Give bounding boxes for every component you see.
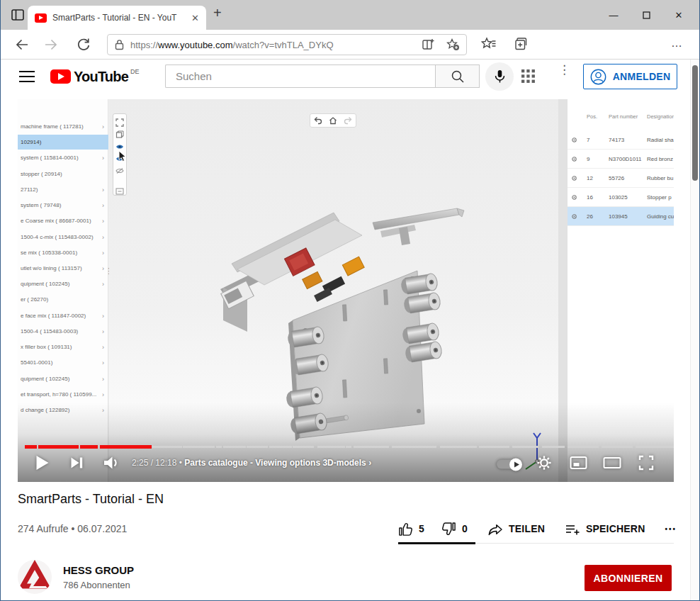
dislike-button[interactable]: 0 xyxy=(441,522,468,537)
tree-item: system ( 79748)› xyxy=(18,198,108,213)
youtube-logo[interactable]: YouTube DE xyxy=(50,68,140,85)
table-scroll-strip xyxy=(558,99,568,482)
chevron-right-icon: › xyxy=(100,265,104,272)
3d-model xyxy=(213,198,497,454)
share-label: TEILEN xyxy=(509,523,545,534)
chevron-right-icon: › xyxy=(100,359,104,366)
country-badge: DE xyxy=(130,68,140,75)
address-bar[interactable]: https://www.youtube.com/watch?v=tvhTLA_D… xyxy=(107,34,467,55)
browser-toolbar: https://www.youtube.com/watch?v=tvhTLA_D… xyxy=(1,30,699,60)
col-header-designation: Designation xyxy=(647,113,674,126)
new-tab-icon[interactable]: + xyxy=(213,5,222,21)
youtube-apps-icon[interactable] xyxy=(521,69,536,84)
video-player[interactable]: machine frame ( 117281)› 102914) system … xyxy=(18,99,674,482)
menu-icon[interactable] xyxy=(19,71,35,82)
gear-icon xyxy=(571,156,577,162)
browser-tab[interactable]: SmartParts - Tutorial - EN - YouT ✕ xyxy=(28,6,206,30)
gear-icon xyxy=(571,175,577,181)
autoplay-toggle[interactable] xyxy=(497,460,521,469)
browser-menu-icon[interactable]: … xyxy=(671,37,687,52)
chevron-right-icon: › xyxy=(100,234,104,241)
more-actions-icon[interactable]: ••• xyxy=(665,525,677,533)
theater-mode-button[interactable] xyxy=(603,457,621,472)
tree-item: machine frame ( 117281)› xyxy=(18,119,108,134)
favorites-icon[interactable] xyxy=(481,37,497,52)
tree-item: se mix ( 105338-0001)› xyxy=(18,245,108,260)
scrollbar-thumb[interactable] xyxy=(692,65,698,181)
3d-viewer xyxy=(109,99,575,482)
playlist-add-icon xyxy=(565,522,580,537)
parts-table-panel: Pos. Part number Designation 7 74173 Rad… xyxy=(568,99,674,482)
col-header-part-number: Part number xyxy=(609,113,638,126)
search-input[interactable] xyxy=(165,64,435,88)
add-favorite-icon[interactable] xyxy=(446,38,459,51)
collapse-panel-icon xyxy=(115,187,124,196)
save-label: SPEICHERN xyxy=(586,523,645,534)
chevron-right-icon: › xyxy=(100,313,104,320)
more-options-icon[interactable]: ⋮ xyxy=(558,67,565,73)
tree-item: 55401-0001)› xyxy=(18,355,108,370)
col-header-pos: Pos. xyxy=(587,113,597,126)
tree-item: stopper ( 20914) xyxy=(18,167,108,181)
page-scrollbar[interactable] xyxy=(690,60,699,601)
share-icon xyxy=(487,522,503,537)
fit-view-icon xyxy=(115,118,124,127)
table-row-selected: 26 103945 Guiding cu xyxy=(568,207,674,226)
chapter-title[interactable]: Parts catalogue - Viewing options 3D-mod… xyxy=(184,458,366,468)
progress-bar[interactable] xyxy=(18,445,674,449)
settings-button[interactable] xyxy=(536,455,552,473)
channel-name[interactable]: HESS GROUP xyxy=(63,564,134,576)
chapter-chevron-icon[interactable]: › xyxy=(368,458,371,468)
tree-item: et transport, h=780 ( 110599...› xyxy=(18,387,108,402)
minimize-icon[interactable]: — xyxy=(597,4,630,26)
thumbs-up-icon xyxy=(398,522,413,537)
channel-avatar[interactable] xyxy=(18,560,52,594)
next-button[interactable] xyxy=(70,456,84,473)
fullscreen-button[interactable] xyxy=(638,455,654,473)
home-icon xyxy=(329,116,337,125)
gear-icon xyxy=(571,137,577,143)
collections-icon[interactable] xyxy=(514,37,529,52)
signin-label: ANMELDEN xyxy=(613,71,671,82)
save-button[interactable]: SPEICHERN xyxy=(565,522,645,537)
close-window-icon[interactable]: ✕ xyxy=(662,4,695,26)
parts-tree-panel: machine frame ( 117281)› 102914) system … xyxy=(18,99,108,482)
gear-icon xyxy=(571,213,577,220)
play-button[interactable] xyxy=(35,454,50,474)
search-icon xyxy=(451,69,465,84)
volume-button[interactable] xyxy=(103,456,120,473)
chevron-right-icon: › xyxy=(100,391,104,398)
split-screen-icon[interactable] xyxy=(422,38,435,51)
viewer-nav-controls xyxy=(310,113,356,128)
youtube-wordmark: YouTube xyxy=(74,69,128,85)
chevron-right-icon: › xyxy=(100,344,104,351)
like-button[interactable]: 5 xyxy=(398,522,424,537)
video-actions: 5 0 TEILEN SPEICHERN ••• xyxy=(398,517,677,540)
gear-icon xyxy=(571,194,577,201)
forward-icon[interactable] xyxy=(43,37,59,52)
hess-logo-icon xyxy=(18,560,52,594)
table-row: 12 55726 Rubber bu xyxy=(568,169,674,188)
subscribe-button[interactable]: ABONNIEREN xyxy=(585,565,672,591)
time-display: 2:25 / 12:18 • Parts catalogue - Viewing… xyxy=(132,458,371,468)
tab-close-icon[interactable]: ✕ xyxy=(191,13,199,23)
chapter-separator: • xyxy=(179,458,182,468)
tree-item: quipment ( 102245)› xyxy=(18,371,108,386)
search-button[interactable] xyxy=(435,64,480,88)
tab-title: SmartParts - Tutorial - EN - YouT xyxy=(52,13,184,23)
titlebar: SmartParts - Tutorial - EN - YouT ✕ + — … xyxy=(1,0,699,30)
like-count: 5 xyxy=(419,523,424,534)
voice-search-button[interactable] xyxy=(485,62,514,91)
tree-item: e Coarse mix ( 86687-0001)› xyxy=(18,213,108,228)
tree-item: d change ( 122892)› xyxy=(18,403,108,417)
maximize-icon[interactable] xyxy=(630,4,662,26)
signin-button[interactable]: ANMELDEN xyxy=(583,64,677,89)
miniplayer-button[interactable] xyxy=(570,456,587,473)
refresh-icon[interactable] xyxy=(76,37,91,52)
back-icon[interactable] xyxy=(14,37,30,52)
share-button[interactable]: TEILEN xyxy=(487,522,545,537)
chevron-right-icon: › xyxy=(100,218,104,225)
tab-actions-icon[interactable] xyxy=(10,7,26,23)
tree-item: 27112)› xyxy=(18,182,108,197)
url-text[interactable]: https://www.youtube.com/watch?v=tvhTLA_D… xyxy=(130,40,411,50)
